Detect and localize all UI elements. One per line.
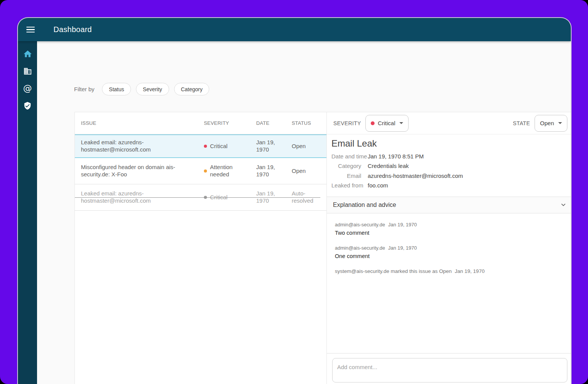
issue-title: Email Leak [331,137,566,150]
email-at-icon: @ [23,84,32,93]
issue-cell: Leaked email: azuredns-hostmaster@micros… [75,139,204,153]
comment-author: admin@ais-security.de [335,222,385,227]
activity-date: Jan 19, 1970 [455,268,485,274]
comment-item: admin@ais-security.deJan 19, 1970 One co… [335,245,566,259]
issue-cell: Leaked email: azuredns-hostmaster@micros… [75,190,204,205]
home-icon [23,49,32,59]
cards-row: ISSUE SEVERITY DATE STATUS Leaked email:… [74,112,571,384]
activity-text: system@ais-security.de marked this issue… [335,268,452,274]
field-label: Leaked from [331,181,361,190]
severity-dot-resolved [204,196,207,199]
issue-fields: Date and time Jan 19, 1970 8:51 PM Categ… [331,152,566,190]
main-content: Filter by Status Severity Category ISSUE… [37,41,571,384]
state-select[interactable]: Open [535,115,567,132]
issues-table: ISSUE SEVERITY DATE STATUS Leaked email:… [74,112,327,384]
comment-author: admin@ais-security.de [335,245,385,251]
add-comment-input[interactable] [332,358,567,382]
status-cell: Open [292,143,326,150]
explanation-accordion[interactable]: Explanation and advice [327,197,571,213]
organization-icon [23,67,32,76]
app-window: Dashboard @ [18,18,571,384]
filter-bar: Filter by Status Severity Category [74,83,209,95]
issue-detail-panel: SEVERITY Critical STATE Open [327,112,571,384]
date-cell: Jan 19, 1970 [256,164,292,178]
severity-dot-attention [204,169,207,173]
table-row[interactable]: Leaked email: azuredns-hostmaster@micros… [75,184,326,211]
sidebar-item-organization[interactable] [18,63,37,80]
comment-date: Jan 19, 1970 [388,245,417,251]
status-cell: Auto-resolved [292,190,326,205]
issue-summary: Email Leak Date and time Jan 19, 1970 8:… [327,134,571,190]
status-cell: Open [292,168,326,175]
page-title: Dashboard [53,25,92,34]
field-label: Category [331,161,361,171]
shield-check-icon [23,102,32,110]
column-header-severity: SEVERITY [204,120,256,126]
field-value: foo.com [368,181,566,190]
column-header-issue: ISSUE [75,120,204,126]
date-cell: Jan 19, 1970 [256,190,292,205]
comment-date: Jan 19, 1970 [388,222,417,227]
severity-cell: Critical [204,143,256,150]
date-cell: Jan 19, 1970 [256,139,292,153]
chevron-down-icon [399,122,403,124]
severity-label: Attention needed [210,164,251,178]
severity-select-label: SEVERITY [333,120,361,126]
table-row[interactable]: Leaked email: azuredns-hostmaster@micros… [75,134,326,158]
page-background: Dashboard @ [0,0,588,384]
field-value: Jan 19, 1970 8:51 PM [368,152,566,161]
comments-list: admin@ais-security.deJan 19, 1970 Two co… [327,213,571,353]
severity-label: Critical [210,194,228,201]
severity-select[interactable]: Critical [365,115,409,132]
sidebar: @ [18,41,37,384]
chevron-down-icon [560,201,567,208]
state-select-value: Open [540,120,554,126]
field-label: Email [331,171,361,181]
chevron-down-icon [558,122,562,124]
issue-cell: Misconfigured header on domain ais-secur… [75,164,204,178]
activity-entry: system@ais-security.de marked this issue… [335,268,566,274]
comment-text: Two comment [335,230,566,236]
severity-cell: Critical [204,194,256,201]
table-header: ISSUE SEVERITY DATE STATUS [75,112,326,134]
detail-toolbar: SEVERITY Critical STATE Open [327,112,571,134]
field-value: azuredns-hostmaster@microsoft.com [368,171,566,181]
table-row[interactable]: Misconfigured header on domain ais-secur… [75,158,326,184]
comment-item: admin@ais-security.deJan 19, 1970 Two co… [335,222,566,236]
app-header: Dashboard [18,18,571,41]
comment-text: One comment [335,253,566,259]
explanation-accordion-label: Explanation and advice [333,202,396,208]
comment-input-area [327,353,571,384]
filter-chip-status[interactable]: Status [102,83,131,95]
severity-dot-critical [371,121,375,125]
column-header-date: DATE [256,120,292,126]
severity-dot-critical [204,145,207,148]
sidebar-item-email[interactable]: @ [18,80,37,97]
menu-icon[interactable] [26,25,35,34]
filter-by-label: Filter by [74,86,94,92]
sidebar-item-home[interactable] [18,45,37,63]
field-value: Credentials leak [368,161,566,171]
severity-label: Critical [210,143,228,150]
sidebar-item-security[interactable] [18,97,37,114]
state-select-label: STATE [513,120,530,126]
filter-chip-category[interactable]: Category [174,83,210,95]
column-header-status: STATUS [292,120,326,126]
severity-cell: Attention needed [204,164,256,178]
filter-chip-severity[interactable]: Severity [136,83,169,95]
field-label: Date and time [331,152,361,161]
severity-select-value: Critical [378,120,395,126]
